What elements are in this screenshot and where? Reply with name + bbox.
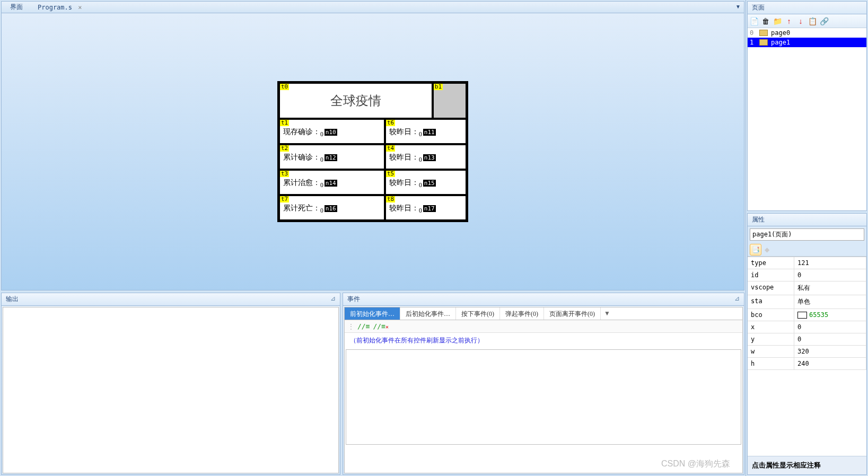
- link-icon[interactable]: 🔗: [820, 17, 828, 25]
- prop-key: w: [748, 346, 794, 357]
- ntag: n17: [423, 205, 436, 212]
- move-up-icon[interactable]: ↑: [785, 17, 793, 25]
- categorize-icon[interactable]: 📑: [750, 244, 761, 255]
- prop-value[interactable]: 240: [794, 358, 866, 369]
- hmi-button-b1[interactable]: b1: [433, 83, 467, 119]
- prop-row-id[interactable]: id0: [748, 269, 866, 281]
- prop-row-sta[interactable]: sta单色: [748, 295, 866, 309]
- sort-icon[interactable]: ◆: [765, 246, 769, 253]
- tag: t6: [386, 120, 395, 126]
- canvas-area: 界面 Program.s × ▼ t0 全球疫情 b1 t1现存确诊：0n10t…: [1, 1, 744, 290]
- prop-value[interactable]: 0: [794, 321, 866, 333]
- hmi-cell[interactable]: t4较昨日：0n13: [385, 144, 467, 170]
- move-down-icon[interactable]: ↓: [796, 17, 805, 25]
- output-header: 输出 ⊿: [2, 293, 340, 306]
- tag-t0: t0: [280, 84, 289, 90]
- event-tab-leave[interactable]: 页面离开事件(0): [544, 307, 601, 320]
- event-tabs-dropdown-icon[interactable]: ▼: [601, 307, 613, 320]
- prop-key: vscope: [748, 281, 794, 295]
- delete-page-icon[interactable]: 🗑: [761, 17, 770, 25]
- page-item-page1[interactable]: 1page1: [748, 38, 866, 47]
- event-tab-preinit[interactable]: 前初始化事件…: [345, 307, 400, 320]
- tag-b1: b1: [434, 84, 443, 90]
- hmi-cell[interactable]: t5较昨日：0n15: [385, 170, 467, 195]
- prop-key: bco: [748, 309, 794, 321]
- event-toolbar: ⋮ //≡ //≡✕: [345, 320, 742, 333]
- hmi-cell[interactable]: t3累计治愈：0n14: [279, 170, 385, 195]
- prop-key: y: [748, 333, 794, 345]
- event-code-area[interactable]: [346, 349, 741, 445]
- prop-value[interactable]: 65535: [794, 309, 866, 321]
- page-name: page0: [771, 29, 790, 37]
- canvas-body[interactable]: t0 全球疫情 b1 t1现存确诊：0n10t6较昨日：0n11t2累计确诊：0…: [2, 13, 744, 290]
- properties-hint: 点击属性显示相应注释: [748, 456, 866, 474]
- properties-table[interactable]: type121id0vscope私有sta单色bco65535x0y0w320h…: [748, 257, 866, 456]
- tabs-dropdown-icon[interactable]: ▼: [735, 4, 741, 10]
- event-tab-release[interactable]: 弹起事件(0): [500, 307, 544, 320]
- pages-list[interactable]: 0page01page1: [748, 28, 866, 210]
- event-note: （前初始化事件在所有控件刷新显示之前执行）: [345, 333, 742, 348]
- tag: t4: [386, 145, 395, 152]
- properties-panel: 属性 page1(页面) 📑 ◆ type121id0vscope私有sta单色…: [747, 213, 867, 475]
- prop-key: h: [748, 358, 794, 369]
- hmi-title-text: 全球疫情: [330, 92, 381, 109]
- ntag: n12: [325, 154, 337, 161]
- page-index: 1: [750, 39, 756, 46]
- tab-interface[interactable]: 界面: [5, 2, 28, 13]
- tag: t1: [280, 120, 289, 126]
- hmi-cell[interactable]: t7累计死亡：0n16: [279, 195, 385, 221]
- page-index: 0: [750, 29, 756, 37]
- copy-icon[interactable]: 📋: [808, 17, 817, 25]
- prop-value[interactable]: 私有: [794, 281, 866, 295]
- prop-value[interactable]: 单色: [794, 295, 866, 308]
- hmi-title-t0[interactable]: t0 全球疫情: [279, 83, 433, 119]
- event-tab-press[interactable]: 按下事件(0): [456, 307, 500, 320]
- ntag: n14: [325, 180, 337, 187]
- prop-value[interactable]: 0: [794, 333, 866, 345]
- pin-icon[interactable]: ⊿: [330, 295, 336, 304]
- pin-icon[interactable]: ⊿: [734, 295, 740, 304]
- pages-toolbar: 📄 🗑 📁 ↑ ↓ 📋 🔗: [748, 14, 866, 28]
- hmi-page[interactable]: t0 全球疫情 b1 t1现存确诊：0n10t6较昨日：0n11t2累计确诊：0…: [277, 81, 468, 222]
- hmi-cell[interactable]: t2累计确诊：0n12: [279, 144, 385, 170]
- tab-program[interactable]: Program.s ×: [32, 3, 87, 12]
- prop-row-vscope[interactable]: vscope私有: [748, 281, 866, 295]
- output-panel: 输出 ⊿: [1, 293, 340, 475]
- prop-row-w[interactable]: w320: [748, 346, 866, 358]
- hmi-cell[interactable]: t6较昨日：0n11: [385, 119, 467, 144]
- bottom-panels: 输出 ⊿ 事件 ⊿ 前初始化事件… 后初始化事件… 按下事件(0) 弹起事件(0…: [0, 292, 746, 476]
- ntag: n16: [325, 205, 337, 212]
- properties-title: 属性: [748, 214, 866, 226]
- prop-key: id: [748, 269, 794, 281]
- tag: t5: [386, 171, 395, 177]
- canvas-tabs: 界面 Program.s × ▼: [2, 2, 744, 13]
- uncomment-icon[interactable]: //≡✕: [373, 322, 389, 330]
- page-icon: [759, 39, 768, 46]
- prop-row-type[interactable]: type121: [748, 257, 866, 269]
- prop-value[interactable]: 0: [794, 269, 866, 281]
- hmi-cell[interactable]: t8较昨日：0n17: [385, 195, 467, 221]
- object-selector[interactable]: page1(页面): [750, 228, 864, 241]
- hmi-cell[interactable]: t1现存确诊：0n10: [279, 119, 385, 144]
- add-page-icon[interactable]: 📄: [750, 17, 758, 25]
- prop-row-h[interactable]: h240: [748, 358, 866, 370]
- close-icon[interactable]: ×: [78, 4, 82, 11]
- events-panel: 事件 ⊿ 前初始化事件… 后初始化事件… 按下事件(0) 弹起事件(0) 页面离…: [343, 293, 744, 475]
- prop-row-x[interactable]: x0: [748, 321, 866, 333]
- folder-icon[interactable]: 📁: [773, 17, 782, 25]
- prop-key: type: [748, 257, 794, 269]
- tag: t8: [386, 196, 395, 202]
- event-tab-postinit[interactable]: 后初始化事件…: [400, 307, 456, 320]
- pages-panel: 页面 📄 🗑 📁 ↑ ↓ 📋 🔗 0page01page1: [747, 1, 867, 211]
- prop-value[interactable]: 320: [794, 346, 866, 357]
- events-header: 事件 ⊿: [343, 293, 744, 306]
- page-item-page0[interactable]: 0page0: [748, 28, 866, 38]
- prop-row-bco[interactable]: bco65535: [748, 309, 866, 321]
- ntag: n11: [423, 129, 436, 136]
- prop-row-y[interactable]: y0: [748, 333, 866, 346]
- tag: t3: [280, 171, 289, 177]
- prop-value[interactable]: 121: [794, 257, 866, 269]
- output-body[interactable]: [3, 307, 339, 473]
- comment-icon[interactable]: //≡: [357, 322, 370, 330]
- tag: t2: [280, 145, 289, 152]
